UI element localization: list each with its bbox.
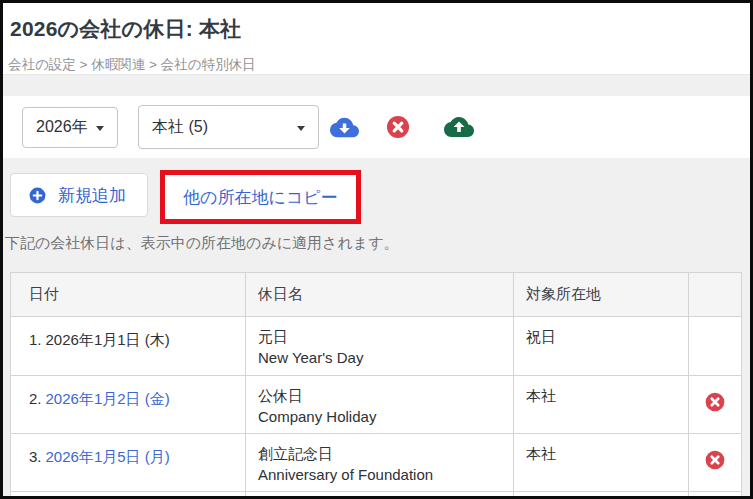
circle-x-icon: [385, 114, 411, 140]
table-header-row: 日付 休日名 対象所在地: [11, 273, 742, 317]
location-cell: 祝日: [514, 317, 689, 376]
holiday-date-link[interactable]: 2026年1月2日 (金): [46, 390, 170, 407]
chevron-down-icon: [297, 126, 305, 131]
location-cell: 本社: [514, 434, 689, 492]
actions-cell: [689, 317, 742, 376]
holiday-date-link[interactable]: 2026年1月5日 (月): [46, 448, 170, 465]
column-header-location: 対象所在地: [514, 273, 689, 317]
company-holidays-page: 2026の会社の休日: 本社 会社の設定 > 休暇関連 > 会社の特別休日 20…: [0, 0, 753, 499]
holiday-name-en: New Year's Day: [258, 347, 513, 368]
location-cell: 本社: [514, 376, 689, 434]
upload-button[interactable]: [444, 112, 474, 142]
holiday-date: 2026年1月1日 (木): [46, 331, 170, 348]
column-header-date: 日付: [11, 273, 246, 317]
copy-to-locations-button[interactable]: 他の所在地にコピー: [165, 175, 356, 219]
holiday-name-ja: 創立記念日: [258, 445, 333, 462]
circle-x-icon: [704, 391, 726, 413]
row-index: 1.: [29, 331, 42, 348]
holiday-name-ja: 公休日: [258, 387, 303, 404]
holiday-name-ja: 元日: [258, 328, 288, 345]
chevron-down-icon: [96, 126, 104, 131]
delete-all-button[interactable]: [385, 114, 411, 140]
cloud-download-icon: [330, 113, 359, 142]
scope-note: 下記の会社休日は、表示中の所在地のみに適用されます。: [5, 234, 399, 253]
section-divider-band: [3, 74, 750, 96]
filter-toolbar: 2026年 本社 (5): [3, 96, 750, 158]
plus-circle-icon: [28, 186, 47, 205]
page-title: 2026の会社の休日: 本社: [10, 15, 241, 43]
year-dropdown[interactable]: 2026年: [22, 107, 118, 148]
holiday-name-cell: 元日 New Year's Day: [246, 317, 514, 376]
holiday-name-cell: 公休日 Company Holiday: [246, 376, 514, 434]
holiday-name-cell: 創立記念日 Anniversary of Foundation: [246, 434, 514, 492]
year-dropdown-value: 2026年: [36, 117, 88, 138]
row-index: 3.: [29, 448, 42, 465]
row-index: 2.: [29, 390, 42, 407]
add-new-label: 新規追加: [58, 184, 126, 207]
delete-row-button[interactable]: [704, 449, 726, 471]
delete-row-button[interactable]: [704, 391, 726, 413]
column-header-name: 休日名: [246, 273, 514, 317]
date-cell: 2.2026年1月2日 (金): [11, 376, 246, 434]
holiday-name-en: Anniversary of Foundation: [258, 464, 513, 485]
holidays-table: 日付 休日名 対象所在地 1.2026年1月1日 (木) 元日 New Year…: [10, 272, 742, 499]
table-row: 2.2026年1月2日 (金) 公休日 Company Holiday 本社: [11, 376, 742, 434]
cloud-upload-icon: [444, 112, 474, 142]
content-area: 新規追加 他の所在地にコピー 下記の会社休日は、表示中の所在地のみに適用されます…: [3, 158, 750, 499]
location-dropdown-value: 本社 (5): [152, 117, 208, 138]
actions-cell: [689, 376, 742, 434]
table-row-clipped: [11, 492, 742, 499]
circle-x-icon: [704, 449, 726, 471]
download-button[interactable]: [330, 113, 359, 142]
table-row: 3.2026年1月5日 (月) 創立記念日 Anniversary of Fou…: [11, 434, 742, 492]
column-header-actions: [689, 273, 742, 317]
date-cell: 1.2026年1月1日 (木): [11, 317, 246, 376]
add-new-button[interactable]: 新規追加: [10, 173, 148, 217]
table-row: 1.2026年1月1日 (木) 元日 New Year's Day 祝日: [11, 317, 742, 376]
holiday-name-en: Company Holiday: [258, 406, 513, 427]
actions-cell: [689, 434, 742, 492]
date-cell: 3.2026年1月5日 (月): [11, 434, 246, 492]
location-dropdown[interactable]: 本社 (5): [138, 105, 319, 149]
breadcrumb: 会社の設定 > 休暇関連 > 会社の特別休日: [8, 56, 255, 74]
highlight-annotation-box: 他の所在地にコピー: [160, 170, 361, 224]
